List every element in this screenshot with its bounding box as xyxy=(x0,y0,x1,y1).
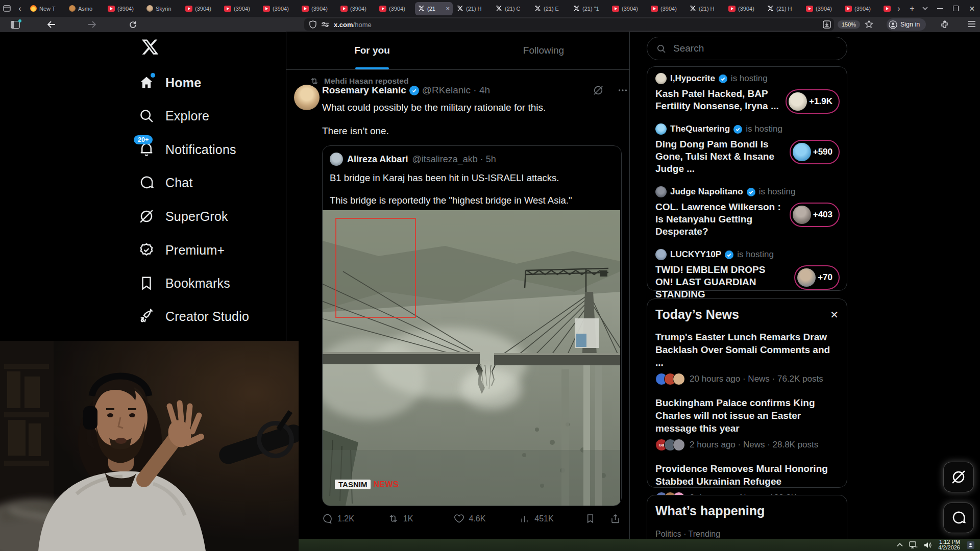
browser-tab[interactable]: (3904) xyxy=(105,2,142,15)
network-icon[interactable] xyxy=(909,541,918,548)
list-tabs-icon[interactable] xyxy=(919,3,932,14)
browser-tab[interactable]: (3904) xyxy=(609,2,647,15)
space-item[interactable]: LUCKYY10P is hosting TWID! EMBLEM DROPS … xyxy=(647,243,847,306)
browser-tab[interactable]: (21) C xyxy=(493,2,530,15)
forward-button[interactable] xyxy=(71,21,112,28)
browser-tab[interactable]: (3904) xyxy=(376,2,414,15)
bridge-photo[interactable]: TASNIM NEWS xyxy=(323,210,620,506)
browser-tab[interactable]: (21) H xyxy=(764,2,802,15)
browser-tab[interactable]: (21× xyxy=(415,2,453,15)
browser-tab[interactable]: (21) H xyxy=(687,2,724,15)
space-item[interactable]: TheQuartering is hosting Ding Dong Pam B… xyxy=(647,117,847,180)
bookmark-icon xyxy=(139,276,154,291)
volume-icon[interactable] xyxy=(924,542,932,548)
tab-title: (3904) xyxy=(660,6,682,12)
home-new-dot xyxy=(151,73,155,78)
space-item[interactable]: I,Hypocrite is hosting Kash Patel Hacked… xyxy=(647,67,847,117)
sign-in-button[interactable]: Sign in xyxy=(887,18,926,31)
more-icon[interactable] xyxy=(617,85,628,96)
reply-button[interactable]: 1.2K xyxy=(322,513,388,524)
search-input[interactable] xyxy=(672,42,827,55)
browser-tab[interactable]: (3904) xyxy=(182,2,220,15)
browser-toolbar: x.com/home 150% Sign in 10 xyxy=(0,17,980,32)
tab-title: (21 xyxy=(427,6,443,12)
tab-following[interactable]: Following xyxy=(458,32,629,69)
sidebar-item-premium[interactable]: Premium+ xyxy=(139,236,225,264)
tab-for-you[interactable]: For you xyxy=(286,32,458,69)
tab-scroll-left-icon[interactable]: ‹ xyxy=(13,3,27,14)
author-name[interactable]: Rosemary Kelanic xyxy=(322,85,406,96)
reload-button[interactable] xyxy=(112,21,153,29)
author-avatar[interactable] xyxy=(294,85,320,110)
sidebar-item-creator-studio[interactable]: Creator Studio xyxy=(139,302,249,331)
views-button[interactable]: 451K xyxy=(519,513,585,524)
browser-tab[interactable]: (3904) xyxy=(803,2,841,15)
news-avatars xyxy=(655,373,685,385)
space-listeners-pill[interactable]: +403 xyxy=(790,203,840,227)
space-listeners-pill[interactable]: +590 xyxy=(790,140,840,164)
sidebar-item-home[interactable]: Home xyxy=(139,68,201,97)
space-avatar xyxy=(793,206,811,224)
window-minimize-button[interactable] xyxy=(932,0,948,17)
grok-actions-icon[interactable] xyxy=(593,85,604,96)
browser-tab[interactable]: (3904) xyxy=(880,2,892,15)
browser-tab[interactable]: (3904) xyxy=(337,2,375,15)
repost-button[interactable]: 1K xyxy=(388,513,454,524)
space-item[interactable]: Judge Napolitano is hosting COL. Lawrenc… xyxy=(647,180,847,243)
sidebar-item-chat[interactable]: Chat xyxy=(139,168,193,197)
like-button[interactable]: 4.6K xyxy=(454,513,520,524)
browser-tab[interactable]: Skyrin xyxy=(143,2,181,15)
permissions-icon[interactable] xyxy=(321,21,329,28)
browser-tab[interactable]: (3904) xyxy=(260,2,298,15)
browser-tab[interactable]: (21) H xyxy=(454,2,492,15)
browser-tab[interactable]: (3904) xyxy=(221,2,259,15)
save-page-icon[interactable] xyxy=(823,20,831,29)
space-listeners-pill[interactable]: +70 xyxy=(794,265,840,290)
notification-app-icon[interactable] xyxy=(966,541,975,549)
verified-badge-icon xyxy=(747,188,755,196)
trending-topic-label[interactable]: Politics · Trending xyxy=(647,518,847,539)
browser-tab[interactable]: (3904) xyxy=(299,2,336,15)
bookmark-post-icon[interactable] xyxy=(585,513,596,524)
tab-manager-icon[interactable] xyxy=(0,3,13,14)
search-box[interactable] xyxy=(647,37,847,60)
sidebar-item-bookmarks[interactable]: Bookmarks xyxy=(139,269,230,297)
tab-title: (3904) xyxy=(389,6,411,12)
tray-chevron-icon[interactable] xyxy=(897,543,903,547)
extension-icon[interactable] xyxy=(941,20,949,29)
sidebar-toggle-icon[interactable] xyxy=(0,21,31,29)
tab-scroll-right-icon[interactable]: › xyxy=(892,3,905,14)
new-tab-button[interactable]: + xyxy=(905,3,919,14)
sidebar-item-supergrok[interactable]: SuperGrok xyxy=(139,202,228,231)
window-maximize-button[interactable] xyxy=(948,0,964,17)
quoted-post[interactable]: Alireza Akbari @itsalireza_akb · 5h B1 b… xyxy=(322,145,622,506)
grok-floating-button[interactable] xyxy=(943,462,974,492)
x-logo[interactable] xyxy=(141,38,159,56)
back-button[interactable] xyxy=(31,21,71,28)
browser-tab[interactable]: (3904) xyxy=(842,2,879,15)
browser-tab[interactable]: New T xyxy=(27,2,65,15)
author-handle-time[interactable]: @RKelanic · 4h xyxy=(422,85,490,96)
browser-tab[interactable]: (21) E xyxy=(531,2,569,15)
browser-tab[interactable]: Asmo xyxy=(66,2,104,15)
window-close-button[interactable]: ✕ xyxy=(964,0,980,17)
tab-close-icon[interactable]: × xyxy=(446,5,450,12)
taskbar-clock[interactable]: 1:12 PM 4/2/2026 xyxy=(938,539,960,550)
space-listeners-pill[interactable]: +1.9K xyxy=(786,89,840,114)
share-icon[interactable] xyxy=(610,513,621,524)
browser-tab[interactable]: (21) "1 xyxy=(570,2,608,15)
browser-tab[interactable]: (3904) xyxy=(725,2,763,15)
sidebar-item-notifications[interactable]: 20+ Notifications xyxy=(139,135,236,164)
menu-icon[interactable] xyxy=(968,21,975,27)
news-item[interactable]: Buckingham Palace confirms King Charles … xyxy=(647,391,847,457)
zoom-level-badge[interactable]: 150% xyxy=(838,20,860,29)
tracking-shield-icon[interactable] xyxy=(309,20,316,29)
chat-floating-button[interactable] xyxy=(943,503,974,533)
sidebar-item-explore[interactable]: Explore xyxy=(139,102,209,130)
close-icon[interactable]: ✕ xyxy=(830,309,839,321)
url-bar[interactable]: x.com/home xyxy=(304,18,834,31)
browser-tab[interactable]: (3904) xyxy=(648,2,685,15)
quote-text-line1: B1 bridge in Karaj has been hit in US-IS… xyxy=(330,172,559,184)
news-item[interactable]: Trump's Easter Lunch Remarks Draw Backla… xyxy=(647,325,847,391)
bookmark-star-icon[interactable] xyxy=(865,20,873,29)
